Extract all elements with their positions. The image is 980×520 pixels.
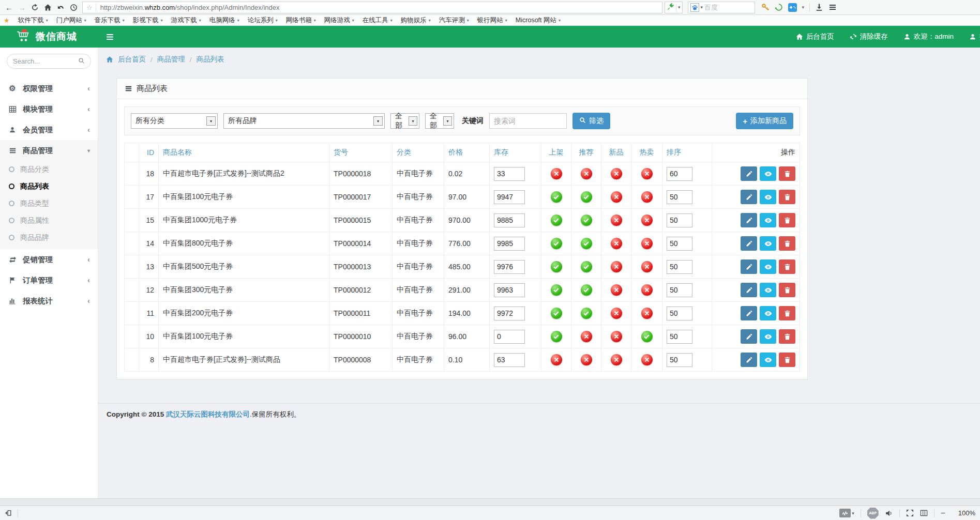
sidebar-subitem-goods-attr[interactable]: 商品属性 xyxy=(0,212,98,229)
baidu-search-box[interactable]: ▾ xyxy=(688,2,755,13)
recommend-status-on-icon[interactable] xyxy=(581,215,592,226)
home-icon[interactable] xyxy=(106,56,113,63)
bookmark-item[interactable]: 音乐下载▾ xyxy=(91,16,129,25)
back-icon[interactable]: ← xyxy=(3,2,16,13)
new-status-off-icon[interactable] xyxy=(611,284,622,296)
new-status-off-icon[interactable] xyxy=(611,308,622,319)
bookmark-item[interactable]: 网络游戏▾ xyxy=(320,16,358,25)
sort-input[interactable] xyxy=(667,167,692,181)
toolbar-caret-icon[interactable]: ▾ xyxy=(802,5,805,10)
sidebar-item-member[interactable]: 会员管理‹ xyxy=(0,119,98,140)
delete-button[interactable] xyxy=(779,329,795,344)
bookmark-item[interactable]: 购物娱乐▾ xyxy=(397,16,435,25)
plugin-button[interactable]: ▾ xyxy=(665,2,683,13)
bookmark-item[interactable]: 论坛系列▾ xyxy=(244,16,282,25)
edit-button[interactable] xyxy=(741,306,757,320)
bookmark-item[interactable]: 门户网站▾ xyxy=(52,16,91,25)
stock-input[interactable] xyxy=(494,353,525,367)
download-icon[interactable] xyxy=(815,3,823,11)
sidebar-item-promo[interactable]: 促销管理‹ xyxy=(0,249,98,270)
breadcrumb-item[interactable]: 后台首页 xyxy=(118,55,146,64)
game-icon[interactable] xyxy=(788,3,797,12)
view-button[interactable] xyxy=(760,329,776,344)
edit-button[interactable] xyxy=(741,236,757,251)
sort-input[interactable] xyxy=(667,237,692,251)
stock-input[interactable] xyxy=(494,237,525,251)
key-icon[interactable] xyxy=(761,3,770,11)
bookmark-star-icon[interactable]: ☆ xyxy=(86,4,93,11)
category-select[interactable]: 所有分类▾ xyxy=(131,113,218,129)
caret-down-icon[interactable]: ▾ xyxy=(678,5,681,10)
reload-icon[interactable] xyxy=(28,2,41,13)
hot-status-off-icon[interactable] xyxy=(641,215,653,226)
filter-button[interactable]: 筛选 xyxy=(572,113,610,129)
caret-down-icon[interactable]: ▾ xyxy=(409,116,417,126)
sidebar-subitem-goods-list[interactable]: 商品列表 xyxy=(0,178,98,195)
header-nav-change-skin[interactable]: 换肤 xyxy=(969,32,980,41)
speaker-icon[interactable] xyxy=(885,509,893,517)
bookmark-item[interactable]: 软件下载▾ xyxy=(14,16,52,25)
edit-button[interactable] xyxy=(741,353,757,367)
caret-down-icon[interactable]: ▾ xyxy=(443,116,452,126)
view-button[interactable] xyxy=(760,283,776,297)
stock-input[interactable] xyxy=(494,260,525,274)
sidebar-subitem-goods-type[interactable]: 商品类型 xyxy=(0,195,98,212)
delete-button[interactable] xyxy=(779,353,795,367)
stock-input[interactable] xyxy=(494,330,525,344)
add-product-button[interactable]: + 添加新商品 xyxy=(736,113,793,129)
baidu-search-input[interactable] xyxy=(704,4,741,11)
view-button[interactable] xyxy=(760,190,776,204)
sort-input[interactable] xyxy=(667,190,692,204)
stock-input[interactable] xyxy=(494,190,525,204)
view-button[interactable] xyxy=(760,236,776,251)
sort-input[interactable] xyxy=(667,353,692,367)
on-sale-status-on-icon[interactable] xyxy=(551,331,562,342)
new-status-off-icon[interactable] xyxy=(611,215,622,226)
sidebar-item-report[interactable]: 报表统计‹ xyxy=(0,290,98,311)
sidebar-item-module[interactable]: 模块管理‹ xyxy=(0,99,98,119)
sidebar-item-auth[interactable]: ⚙权限管理‹ xyxy=(0,78,98,99)
history-icon[interactable] xyxy=(67,2,80,13)
on-sale-status-off-icon[interactable] xyxy=(551,168,562,179)
bookmark-item[interactable]: 在线工具▾ xyxy=(358,16,397,25)
on-sale-status-on-icon[interactable] xyxy=(551,284,562,296)
recommend-status-off-icon[interactable] xyxy=(581,331,592,342)
sort-input[interactable] xyxy=(667,260,692,274)
status-select-1[interactable]: 全部▾ xyxy=(390,113,419,129)
menu-icon[interactable] xyxy=(828,3,837,11)
panel-toggle-icon[interactable] xyxy=(5,509,12,517)
on-sale-status-on-icon[interactable] xyxy=(551,215,562,226)
sidebar-item-goods[interactable]: 商品管理▾ xyxy=(0,140,98,161)
stock-input[interactable] xyxy=(494,213,525,227)
sidebar-subitem-goods-brand[interactable]: 商品品牌 xyxy=(0,229,98,246)
zoom-out-button[interactable]: − xyxy=(941,509,945,518)
stock-input[interactable] xyxy=(494,167,525,181)
breadcrumb-item[interactable]: 商品管理 xyxy=(157,55,185,64)
delete-button[interactable] xyxy=(779,190,795,204)
status-select-2[interactable]: 全部▾ xyxy=(425,113,454,129)
on-sale-status-on-icon[interactable] xyxy=(551,308,562,319)
edit-button[interactable] xyxy=(741,329,757,344)
url-bar[interactable]: ☆ http://zbweixin.whzb.com/shop/index.ph… xyxy=(82,2,662,13)
recommend-status-on-icon[interactable] xyxy=(581,284,592,296)
on-sale-status-on-icon[interactable] xyxy=(551,238,562,249)
new-status-off-icon[interactable] xyxy=(611,354,622,365)
new-status-off-icon[interactable] xyxy=(611,238,622,249)
delete-button[interactable] xyxy=(779,213,795,227)
delete-button[interactable] xyxy=(779,166,795,181)
green-refresh-icon[interactable] xyxy=(775,3,783,11)
sidebar-search[interactable] xyxy=(7,54,91,69)
sidebar-search-input[interactable] xyxy=(13,57,78,65)
bookmark-item[interactable]: 网络书籍▾ xyxy=(282,16,320,25)
hot-status-off-icon[interactable] xyxy=(641,238,653,249)
hot-status-off-icon[interactable] xyxy=(641,191,653,203)
on-sale-status-off-icon[interactable] xyxy=(551,354,562,365)
view-button[interactable] xyxy=(760,306,776,320)
stock-input[interactable] xyxy=(494,283,525,297)
bookmark-item[interactable]: Microsoft 网站▾ xyxy=(511,16,565,25)
stock-input[interactable] xyxy=(494,307,525,320)
hot-status-off-icon[interactable] xyxy=(641,354,653,365)
view-button[interactable] xyxy=(760,259,776,274)
forward-icon[interactable]: → xyxy=(16,2,28,13)
bookmark-item[interactable]: 影视下载▾ xyxy=(129,16,167,25)
